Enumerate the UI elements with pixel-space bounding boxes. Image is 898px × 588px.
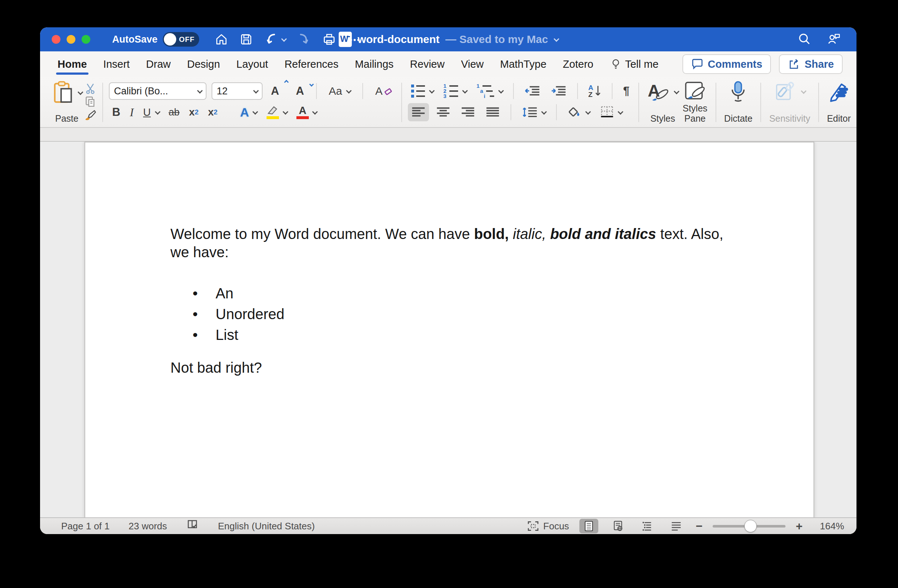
paste-chevron-icon[interactable] bbox=[78, 89, 83, 95]
highlight-button[interactable] bbox=[263, 103, 290, 121]
zoom-in-button[interactable]: + bbox=[796, 520, 803, 533]
outline-view-button[interactable] bbox=[638, 519, 657, 533]
document-page[interactable]: Welcome to my Word document. We can have… bbox=[85, 142, 814, 517]
superscript-button[interactable]: x2 bbox=[205, 103, 221, 121]
tab-mailings[interactable]: Mailings bbox=[353, 53, 395, 75]
unordered-list: •An •Unordered •List bbox=[171, 283, 738, 345]
language-indicator[interactable]: English (United States) bbox=[218, 520, 315, 532]
copy-icon[interactable] bbox=[84, 95, 97, 108]
clear-formatting-button[interactable]: A bbox=[372, 82, 395, 100]
bold-button[interactable]: B bbox=[109, 103, 123, 121]
subscript-button[interactable]: x2 bbox=[186, 103, 202, 121]
tab-home[interactable]: Home bbox=[56, 53, 89, 75]
home-icon[interactable] bbox=[214, 32, 228, 46]
italic-button[interactable]: I bbox=[126, 103, 137, 121]
tab-design[interactable]: Design bbox=[186, 53, 221, 75]
numbered-list-button[interactable]: 1 2 3 bbox=[440, 82, 470, 100]
focus-button[interactable]: Focus bbox=[527, 520, 569, 532]
shrink-font-button[interactable]: A bbox=[292, 82, 307, 100]
close-button[interactable] bbox=[52, 35, 60, 44]
borders-button[interactable] bbox=[597, 103, 625, 121]
focus-icon bbox=[527, 520, 539, 531]
shading-button[interactable] bbox=[564, 103, 593, 121]
tab-mathtype[interactable]: MathType bbox=[498, 53, 548, 75]
bullet-marker: • bbox=[193, 325, 198, 345]
save-icon[interactable] bbox=[239, 32, 253, 46]
justify-button[interactable] bbox=[482, 103, 503, 121]
svg-text:A: A bbox=[648, 81, 660, 100]
paste-icon bbox=[52, 80, 74, 105]
search-icon[interactable] bbox=[797, 31, 811, 47]
bullet-list-button[interactable] bbox=[408, 82, 437, 100]
comments-button[interactable]: Comments bbox=[683, 54, 771, 74]
dictate-button[interactable]: Dictate bbox=[722, 79, 755, 126]
account-icon[interactable] bbox=[826, 31, 842, 47]
sort-button[interactable]: AZ bbox=[585, 82, 605, 100]
document-viewport[interactable]: Welcome to my Word document. We can have… bbox=[40, 142, 856, 517]
font-size-select[interactable]: 12 bbox=[212, 82, 263, 100]
tab-view[interactable]: View bbox=[460, 53, 485, 75]
paragraph: Welcome to my Word document. We can have… bbox=[171, 225, 738, 261]
underline-button[interactable]: U bbox=[140, 103, 162, 121]
undo-chevron-icon[interactable] bbox=[281, 36, 287, 42]
tab-references[interactable]: References bbox=[283, 53, 340, 75]
zoom-out-button[interactable]: − bbox=[696, 520, 703, 533]
text-effects-button[interactable]: A bbox=[237, 103, 260, 121]
styles-pane-button[interactable]: StylesPane bbox=[680, 79, 709, 126]
tab-zotero[interactable]: Zotero bbox=[561, 53, 595, 75]
document-title-group[interactable]: W word-document — Saved to my Mac bbox=[339, 27, 558, 51]
sensitivity-chevron-icon bbox=[801, 88, 807, 94]
autosave-label: AutoSave bbox=[112, 34, 158, 45]
list-item: •List bbox=[171, 325, 738, 345]
sort-arrow-icon bbox=[595, 85, 601, 97]
increase-indent-button[interactable] bbox=[547, 82, 570, 100]
show-paragraph-marks-button[interactable]: ¶ bbox=[620, 82, 632, 100]
tell-me[interactable]: Tell me bbox=[610, 58, 658, 70]
title-chevron-icon[interactable] bbox=[554, 36, 559, 42]
change-case-button[interactable]: Aa bbox=[326, 82, 354, 100]
tab-review[interactable]: Review bbox=[409, 53, 446, 75]
share-button[interactable]: Share bbox=[779, 54, 843, 74]
strikethrough-button[interactable]: ab bbox=[165, 103, 183, 121]
align-left-button[interactable] bbox=[408, 103, 429, 121]
autosave-toggle[interactable]: OFF bbox=[163, 32, 199, 47]
multilevel-list-button[interactable]: 1 a i bbox=[474, 82, 506, 100]
minimize-button[interactable] bbox=[67, 35, 75, 44]
styles-button[interactable]: A Styles bbox=[645, 79, 680, 126]
page-count[interactable]: Page 1 of 1 bbox=[61, 520, 110, 532]
eraser-icon bbox=[384, 87, 392, 95]
web-layout-view-button[interactable] bbox=[609, 519, 627, 533]
text-effects-chevron-icon bbox=[252, 109, 258, 115]
font-name-select[interactable]: Calibri (Bo... bbox=[109, 82, 206, 100]
zoom-level[interactable]: 164% bbox=[813, 520, 844, 532]
paste-button[interactable]: Paste bbox=[49, 79, 84, 126]
numbered-list-chevron-icon bbox=[462, 88, 468, 94]
titlebar: AutoSave OFF bbox=[40, 27, 856, 51]
font-color-button[interactable]: A bbox=[293, 103, 320, 121]
statusbar: Page 1 of 1 23 words English (United Sta… bbox=[40, 517, 856, 534]
paint-bucket-icon bbox=[567, 106, 582, 119]
zoom-window-button[interactable] bbox=[81, 35, 90, 44]
word-count[interactable]: 23 words bbox=[129, 520, 167, 532]
undo-button[interactable] bbox=[264, 32, 286, 47]
tab-insert[interactable]: Insert bbox=[102, 53, 131, 75]
decrease-indent-button[interactable] bbox=[521, 82, 544, 100]
zoom-slider[interactable] bbox=[713, 525, 786, 528]
bullet-list-chevron-icon bbox=[429, 88, 435, 94]
spellcheck-icon[interactable] bbox=[186, 519, 199, 534]
format-painter-icon[interactable] bbox=[84, 109, 97, 121]
document-text: Welcome to my Word document. We can have… bbox=[171, 225, 738, 377]
cut-icon[interactable] bbox=[84, 82, 97, 95]
align-right-button[interactable] bbox=[457, 103, 478, 121]
grow-font-button[interactable]: A bbox=[268, 82, 282, 100]
zoom-slider-thumb[interactable] bbox=[744, 520, 757, 532]
line-spacing-button[interactable] bbox=[518, 103, 549, 121]
align-center-button[interactable] bbox=[433, 103, 454, 121]
highlighter-icon bbox=[266, 106, 279, 119]
draft-view-button[interactable] bbox=[667, 519, 686, 533]
tab-draw[interactable]: Draw bbox=[145, 53, 172, 75]
print-layout-view-button[interactable] bbox=[580, 519, 598, 533]
print-icon[interactable] bbox=[322, 32, 337, 47]
tab-layout[interactable]: Layout bbox=[235, 53, 269, 75]
editor-button[interactable]: Editor bbox=[825, 79, 853, 126]
